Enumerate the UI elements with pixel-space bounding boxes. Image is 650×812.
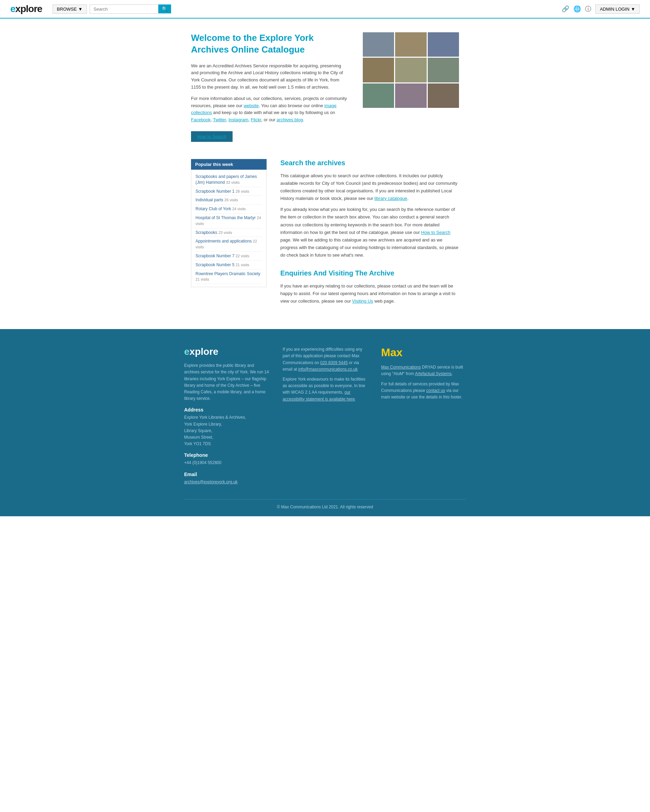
footer-email-link[interactable]: archives@exploreyork.org.uk — [184, 479, 238, 484]
copyright-text: © Max Communications Ltd 2021. All right… — [277, 505, 373, 510]
admin-login-button[interactable]: ADMIN LOGIN ▼ — [595, 5, 640, 14]
search-input[interactable] — [90, 5, 159, 14]
footer-address-heading: Address — [184, 407, 269, 412]
visits-count-4: 24 visits — [232, 207, 246, 211]
max-email-link[interactable]: info@maxcommunications.co.uk — [298, 367, 358, 372]
footer-col-1: explore Explore provides the public libr… — [184, 346, 269, 488]
link-icon[interactable]: 🔗 — [562, 5, 569, 13]
header-nav: BROWSE ▼ 🔍 — [53, 5, 562, 14]
visits-count-8: 22 visits — [236, 254, 249, 258]
search-archives-para2: If you already know what you are looking… — [280, 206, 459, 259]
footer-logo-e: e — [184, 346, 190, 357]
footer-col-2: If you are experiencing difficulties usi… — [283, 346, 368, 488]
main-content: Welcome to the Explore York Archives Onl… — [184, 32, 466, 308]
instagram-link[interactable]: Instagram — [229, 117, 249, 122]
popular-item-link-7[interactable]: Appointments and applications — [195, 239, 252, 244]
list-item: Rotary Club of York 24 visits — [195, 205, 262, 214]
footer-col3-para2: For full details of services provided by… — [381, 381, 466, 401]
archive-image-2 — [395, 32, 426, 56]
list-item: Scrapbook Number 5 21 visits — [195, 261, 262, 270]
footer: explore Explore provides the public libr… — [0, 329, 650, 516]
archive-image-9 — [428, 84, 459, 108]
visits-count-6: 23 visits — [218, 230, 232, 235]
browse-label: BROWSE — [57, 6, 77, 12]
image-collections-link[interactable]: image collections — [191, 103, 337, 115]
footer-max-logo: Max — [381, 346, 466, 359]
welcome-para2: For more information about us, our colle… — [191, 95, 349, 124]
popular-item-link-10[interactable]: Rowntree Players Dramatic Society — [195, 271, 260, 276]
footer-col3-para1: Max Communications DRYAD service is buil… — [381, 364, 466, 377]
flickr-link[interactable]: Flickr — [251, 117, 261, 122]
twitter-link[interactable]: Twitter — [213, 117, 226, 122]
search-form: 🔍 — [90, 5, 171, 14]
how-to-search-link[interactable]: How to Search — [421, 230, 450, 235]
list-item: Rowntree Players Dramatic Society 21 vis… — [195, 270, 262, 284]
admin-login-label: ADMIN LOGIN — [600, 6, 629, 12]
max-phone-link[interactable]: 020 8309 5445 — [320, 360, 348, 365]
how-to-search-button[interactable]: How to Search — [191, 131, 233, 142]
popular-item-link-4[interactable]: Rotary Club of York — [195, 206, 231, 211]
footer-email: archives@exploreyork.org.uk — [184, 479, 269, 485]
visits-count-3: 26 visits — [224, 198, 238, 202]
welcome-text: Welcome to the Explore York Archives Onl… — [191, 32, 349, 142]
globe-icon[interactable]: 🌐 — [574, 5, 581, 13]
search-icon: 🔍 — [162, 6, 168, 12]
visits-count-2: 28 visits — [236, 189, 249, 193]
popular-item-link-6[interactable]: Scrapbooks — [195, 230, 217, 235]
footer-col1-para1: Explore provides the public library and … — [184, 362, 269, 402]
popular-list: Scrapbooks and papers of James (Jim) Ham… — [191, 170, 267, 287]
search-button[interactable]: 🔍 — [159, 5, 171, 14]
list-item: Scrapbook Number 7 22 visits — [195, 252, 262, 261]
list-item: Appointments and applications 22 visits — [195, 237, 262, 252]
visiting-us-link[interactable]: Visiting Us — [352, 299, 373, 304]
site-logo[interactable]: eexplorexplore — [10, 3, 42, 14]
info-icon[interactable]: ⓘ — [585, 5, 591, 13]
artefactual-link[interactable]: Artefactual Systems — [415, 371, 452, 376]
list-item: Hospital of St Thomas the Martyr 24 visi… — [195, 214, 262, 228]
search-archives-title: Search the archives — [280, 159, 459, 167]
popular-item-link-8[interactable]: Scrapbook Number 7 — [195, 253, 234, 258]
welcome-title: Welcome to the Explore York Archives Onl… — [191, 32, 349, 56]
popular-item-link-9[interactable]: Scrapbook Number 5 — [195, 263, 234, 267]
footer-col-3: Max Max Communications DRYAD service is … — [381, 346, 466, 488]
footer-logo: explore — [184, 346, 269, 357]
footer-telephone: +44 (0)1904 552800 — [184, 459, 269, 466]
welcome-para1: We are an Accredited Archives Service re… — [191, 63, 349, 91]
popular-header: Popular this week — [191, 159, 267, 170]
logo-e: e — [10, 3, 15, 14]
popular-item-link-5[interactable]: Hospital of St Thomas the Martyr — [195, 215, 256, 220]
footer-email-heading: Email — [184, 472, 269, 477]
welcome-images — [363, 32, 459, 142]
archives-blog-link[interactable]: archives blog — [276, 117, 303, 122]
archive-image-3 — [428, 32, 459, 56]
accessibility-statement-link[interactable]: our accessibility statement is available… — [283, 390, 355, 401]
popular-heading: Popular this week — [195, 162, 233, 167]
list-item: Scrapbooks and papers of James (Jim) Ham… — [195, 172, 262, 187]
max-communications-link[interactable]: Max Communications — [381, 365, 421, 369]
facebook-link[interactable]: Facebook — [191, 117, 211, 122]
popular-item-link-2[interactable]: Scrapbook Number 1 — [195, 189, 234, 194]
footer-col2-para1: If you are experiencing difficulties usi… — [283, 346, 368, 373]
enquiries-para: If you have an enquiry relating to our c… — [280, 282, 459, 305]
popular-item-link-3[interactable]: Individual parts — [195, 197, 223, 202]
footer-bottom: © Max Communications Ltd 2021. All right… — [184, 499, 466, 510]
archive-image-5 — [395, 58, 426, 82]
browse-button[interactable]: BROWSE ▼ — [53, 5, 87, 14]
library-catalogue-link[interactable]: library catalogue — [374, 196, 407, 201]
list-item: Scrapbooks 23 visits — [195, 228, 262, 237]
header-icons: 🔗 🌐 ⓘ ADMIN LOGIN ▼ — [562, 5, 640, 14]
list-item: Scrapbook Number 1 28 visits — [195, 187, 262, 196]
chevron-down-icon: ▼ — [78, 6, 82, 12]
welcome-section: Welcome to the Explore York Archives Onl… — [191, 32, 459, 142]
website-link[interactable]: website — [244, 103, 259, 108]
search-archives-section: Search the archives This catalogue allow… — [280, 159, 459, 259]
archive-image-4 — [363, 58, 394, 82]
footer-address: Explore York Libraries & Archives, York … — [184, 414, 269, 447]
visits-count-10: 21 visits — [195, 277, 209, 281]
footer-grid: explore Explore provides the public libr… — [184, 346, 466, 488]
bottom-sections: Popular this week Scrapbooks and papers … — [191, 159, 459, 308]
header: eexplorexplore BROWSE ▼ 🔍 🔗 🌐 ⓘ ADMIN LO… — [0, 0, 650, 18]
archive-image-8 — [395, 84, 426, 108]
enquiries-section: Enquiries And Visiting The Archive If yo… — [280, 269, 459, 305]
contact-us-link[interactable]: contact us — [426, 388, 445, 393]
